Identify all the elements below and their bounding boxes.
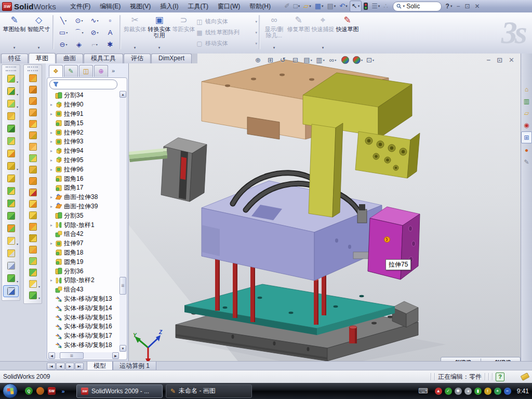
- hole-wizard-icon[interactable]: [4, 148, 18, 159]
- model-support-pin[interactable]: [349, 326, 357, 343]
- delete-face-icon[interactable]: [25, 188, 40, 197]
- dropdown-arrow[interactable]: ▾: [311, 58, 312, 62]
- dropdown-arrow[interactable]: ▾: [323, 58, 325, 62]
- move-copy-icon[interactable]: [4, 223, 18, 234]
- cmd-linear-pattern[interactable]: ▦线性草图阵列▾: [196, 27, 257, 38]
- scroll-down-button[interactable]: ▼: [119, 345, 126, 352]
- scroll-thumb[interactable]: ☰: [119, 277, 126, 295]
- close-button[interactable]: ✕: [475, 3, 480, 10]
- assistant-icon[interactable]: ∴: [382, 1, 389, 11]
- trim-surface-icon[interactable]: [25, 210, 40, 220]
- dropdown-arrow[interactable]: ▾: [81, 19, 83, 22]
- scroll-left-button[interactable]: ◀: [48, 352, 55, 359]
- expand-arrow-icon[interactable]: ▸: [49, 102, 54, 107]
- tree-item[interactable]: 实体-移动/复制16: [48, 322, 119, 331]
- tree-horizontal-scrollbar[interactable]: ◀ ☰ ▶: [48, 352, 119, 359]
- tree-item[interactable]: 实体-移动/复制14: [48, 303, 119, 313]
- dropdown-arrow[interactable]: ▾: [17, 167, 18, 171]
- hide-show-items-icon[interactable]: ∞▾: [327, 55, 338, 65]
- start-button[interactable]: [3, 383, 18, 398]
- dropdown-arrow[interactable]: ▾: [14, 46, 16, 50]
- dropdown-arrow[interactable]: ▾: [378, 4, 380, 8]
- expand-arrow-icon[interactable]: ▸: [49, 158, 54, 163]
- menu-帮助(H)[interactable]: 帮助(H): [245, 1, 275, 12]
- lasso-select-icon[interactable]: ▫: [102, 15, 118, 26]
- toolbox-icon[interactable]: ◉: [522, 119, 531, 130]
- dropdown-arrow[interactable]: ▾: [65, 19, 66, 22]
- taskbar-window-SolidWorks 2009 - ...[interactable]: SWSolidWorks 2009 - ...: [76, 384, 163, 398]
- tree-item[interactable]: ▸拉伸93: [48, 137, 119, 147]
- slot-icon[interactable]: ⊖▾: [56, 38, 71, 50]
- health-icon[interactable]: +: [494, 388, 501, 395]
- next-tab-button[interactable]: ▶: [65, 363, 74, 370]
- spline-surface-icon[interactable]: ▾: [25, 290, 40, 300]
- spline-tool-icon[interactable]: ▾: [4, 273, 18, 284]
- appearances-icon[interactable]: ●: [522, 144, 531, 155]
- dropdown-arrow[interactable]: ▾: [335, 58, 336, 62]
- dropdown-arrow[interactable]: ▾: [322, 46, 324, 50]
- dome-icon[interactable]: [25, 108, 40, 117]
- split-feature-icon[interactable]: [4, 198, 18, 209]
- edit-appearance-icon[interactable]: [340, 55, 351, 65]
- dropdown-arrow[interactable]: ▾: [96, 43, 98, 46]
- tree-item[interactable]: 圆角17: [48, 183, 119, 193]
- boundary-surface-icon[interactable]: [25, 119, 40, 129]
- linear-pattern-icon[interactable]: ▾: [4, 161, 18, 171]
- ellipse-icon[interactable]: ⊘▾: [87, 26, 102, 38]
- options-icon[interactable]: ☰▾: [370, 1, 381, 11]
- expand-arrow-icon[interactable]: ▸: [49, 278, 54, 283]
- extruded-cut-icon[interactable]: ▾: [4, 86, 18, 97]
- draft-icon[interactable]: [4, 136, 18, 147]
- tree-vertical-scrollbar[interactable]: ▲ ☰ ▼: [119, 91, 126, 352]
- tab-草图[interactable]: 草图: [29, 53, 56, 63]
- search-input[interactable]: ▾ Solic: [393, 2, 442, 11]
- tree-item[interactable]: ▸切除-放样2: [48, 276, 119, 285]
- dropdown-arrow[interactable]: ▾: [17, 242, 18, 246]
- dropdown-arrow[interactable]: ▾: [66, 31, 68, 34]
- rectangle-icon[interactable]: ▭▾: [56, 26, 71, 38]
- tree-item[interactable]: ▸曲面-拉伸39: [48, 202, 119, 211]
- propertymanager-tab[interactable]: ✎: [64, 65, 78, 77]
- sketch-text-icon[interactable]: A: [102, 26, 118, 38]
- cmd-smart-dimension[interactable]: ◇智能尺寸▾: [26, 14, 51, 51]
- doc-close-button[interactable]: ✕: [509, 56, 514, 64]
- cmd-offset-entities[interactable]: ⊃等距实体: [171, 14, 196, 51]
- office-products-icon[interactable]: ▥: [522, 96, 531, 107]
- cmd-convert-entities[interactable]: ▣转换实体引用▾: [147, 14, 171, 51]
- dropdown-arrow[interactable]: ▾: [298, 4, 300, 8]
- menu-插入(I)[interactable]: 插入(I): [155, 1, 183, 12]
- dropdown-arrow[interactable]: ▾: [38, 296, 40, 300]
- cmd-quick-snaps[interactable]: ⌖快速捕捉▾: [311, 14, 335, 51]
- tab-运动算例 1[interactable]: 运动算例 1: [113, 362, 156, 370]
- cmd-mirror-entities[interactable]: ◫镜向实体▾: [196, 16, 257, 27]
- dropdown-arrow[interactable]: ▾: [65, 43, 67, 46]
- extrude-boss-icon[interactable]: ▾: [4, 73, 18, 84]
- browser-icon[interactable]: [36, 387, 44, 395]
- tags-icon[interactable]: [521, 373, 530, 381]
- dropdown-arrow[interactable]: ▾: [255, 20, 257, 24]
- dropdown-arrow[interactable]: ▾: [334, 4, 336, 8]
- tab-DimXpert[interactable]: DimXpert: [151, 54, 192, 63]
- scroll-up-button[interactable]: ▲: [119, 91, 126, 98]
- toolbar-grip[interactable]: [28, 66, 38, 71]
- last-tab-button[interactable]: ▶|: [75, 363, 84, 370]
- expand-arrow-icon[interactable]: ▸: [49, 204, 54, 209]
- apply-scene-icon[interactable]: ▾: [352, 55, 363, 65]
- dropdown-arrow[interactable]: ▾: [373, 58, 374, 62]
- guard-icon[interactable]: ✓: [445, 388, 452, 395]
- tree-item[interactable]: ▸拉伸95: [48, 156, 119, 165]
- extend-surface-icon[interactable]: [25, 233, 40, 243]
- taskbar-clock[interactable]: 9:41: [517, 388, 529, 395]
- doc-restore-button[interactable]: ⊡: [497, 56, 502, 64]
- tab-特征[interactable]: 特征: [1, 54, 28, 63]
- zoom-fit-icon[interactable]: ⊕: [252, 55, 263, 65]
- rib-icon[interactable]: [4, 173, 18, 184]
- tree-item[interactable]: ▸切除-放样1: [48, 220, 119, 230]
- tree-item[interactable]: ▸曲面-拉伸38: [48, 193, 119, 202]
- input-method-icon[interactable]: ⌨: [418, 387, 428, 395]
- thicken-icon[interactable]: [25, 165, 40, 175]
- insert-point-icon[interactable]: ▾: [25, 279, 40, 289]
- taskbar-window-未命名 - 画图[interactable]: ✎未命名 - 画图: [166, 384, 252, 398]
- display-style-icon[interactable]: ▥▾: [315, 55, 326, 65]
- tree-item[interactable]: 实体-移动/复制17: [48, 331, 119, 341]
